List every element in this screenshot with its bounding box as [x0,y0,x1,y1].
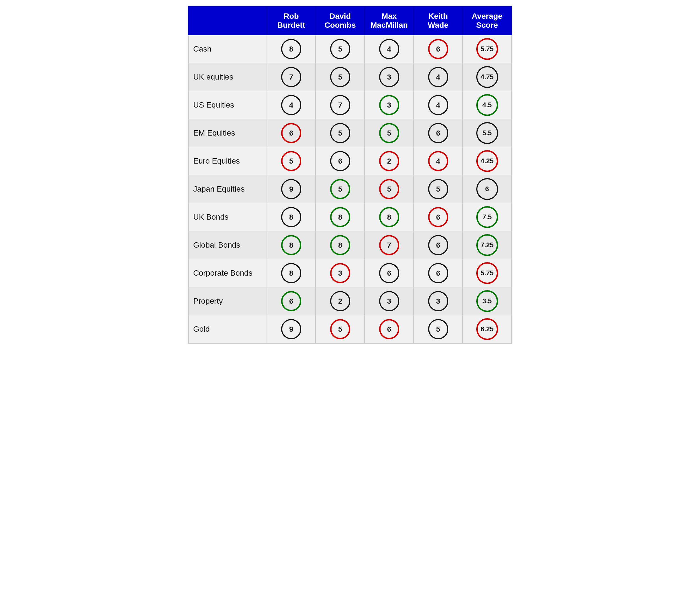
header-max: Max MacMillan [364,6,413,35]
score-cell: 8 [267,231,316,259]
score-circle: 5 [379,123,399,143]
row-label: US Equities [188,91,267,119]
score-cell: 7.25 [463,231,512,259]
score-cell: 5 [413,315,463,343]
score-cell: 5 [316,175,364,203]
score-circle: 8 [379,207,399,227]
score-circle: 8 [281,39,301,59]
score-cell: 6 [316,147,364,175]
score-circle: 5 [330,179,350,199]
header-rob: Rob Burdett [267,6,316,35]
score-circle: 5.75 [476,38,498,60]
score-circle: 8 [281,235,301,255]
score-circle: 6.25 [476,318,498,340]
score-circle: 6 [379,263,399,283]
score-circle: 2 [330,291,350,311]
score-cell: 7 [364,231,413,259]
score-cell: 5.75 [463,259,512,287]
score-circle: 6 [476,178,498,200]
score-circle: 6 [428,235,448,255]
score-circle: 4 [428,151,448,171]
score-circle: 5 [330,39,350,59]
score-circle: 4.5 [476,94,498,116]
score-circle: 6 [428,39,448,59]
score-circle: 4.25 [476,150,498,172]
score-cell: 5 [413,175,463,203]
row-label: Gold [188,315,267,343]
score-circle: 5 [281,151,301,171]
row-label: EM Equities [188,119,267,147]
score-cell: 5 [364,119,413,147]
score-circle: 9 [281,179,301,199]
score-circle: 5 [428,179,448,199]
score-circle: 4 [428,67,448,87]
score-circle: 5 [330,319,350,339]
score-cell: 3 [413,287,463,315]
row-label: Corporate Bonds [188,259,267,287]
score-circle: 5.5 [476,122,498,144]
score-circle: 8 [330,207,350,227]
score-cell: 4 [267,91,316,119]
score-cell: 5 [316,119,364,147]
score-circle: 4 [379,39,399,59]
row-label: Cash [188,35,267,63]
score-circle: 6 [330,151,350,171]
score-cell: 5.5 [463,119,512,147]
score-cell: 6 [267,119,316,147]
score-cell: 6 [364,259,413,287]
scores-table: Rob Burdett David Coombs Max MacMillan K… [188,6,512,344]
row-label: Property [188,287,267,315]
score-cell: 5 [267,147,316,175]
score-circle: 3 [379,291,399,311]
score-cell: 7.5 [463,203,512,231]
row-label: Global Bonds [188,231,267,259]
header-david: David Coombs [316,6,364,35]
score-circle: 3 [379,95,399,115]
score-cell: 6.25 [463,315,512,343]
score-cell: 7 [267,63,316,91]
header-average: Average Score [463,6,512,35]
score-cell: 8 [364,203,413,231]
row-label: UK equities [188,63,267,91]
score-cell: 4 [413,91,463,119]
score-cell: 2 [364,147,413,175]
score-circle: 5.75 [476,262,498,284]
score-circle: 2 [379,151,399,171]
score-circle: 4 [281,95,301,115]
score-circle: 8 [281,207,301,227]
score-cell: 6 [413,203,463,231]
score-cell: 5 [316,63,364,91]
score-circle: 3 [330,263,350,283]
score-circle: 3 [379,67,399,87]
header-keith: Keith Wade [413,6,463,35]
row-label: Japan Equities [188,175,267,203]
score-cell: 4 [413,63,463,91]
score-cell: 8 [267,35,316,63]
score-circle: 6 [428,123,448,143]
score-cell: 6 [413,259,463,287]
score-cell: 3 [364,287,413,315]
score-cell: 4 [364,35,413,63]
score-cell: 5 [316,35,364,63]
row-label: Euro Equities [188,147,267,175]
score-cell: 3.5 [463,287,512,315]
score-circle: 6 [379,319,399,339]
score-cell: 7 [316,91,364,119]
score-cell: 3 [316,259,364,287]
score-cell: 8 [267,259,316,287]
score-cell: 8 [316,203,364,231]
score-circle: 7 [281,67,301,87]
score-circle: 4.75 [476,66,498,88]
score-cell: 8 [267,203,316,231]
score-circle: 6 [428,263,448,283]
score-cell: 3 [364,91,413,119]
score-circle: 7.5 [476,206,498,228]
score-circle: 5 [330,67,350,87]
score-circle: 7 [379,235,399,255]
score-circle: 5 [428,319,448,339]
score-cell: 6 [413,231,463,259]
score-cell: 8 [316,231,364,259]
score-cell: 6 [267,287,316,315]
score-cell: 6 [413,35,463,63]
score-cell: 4.75 [463,63,512,91]
